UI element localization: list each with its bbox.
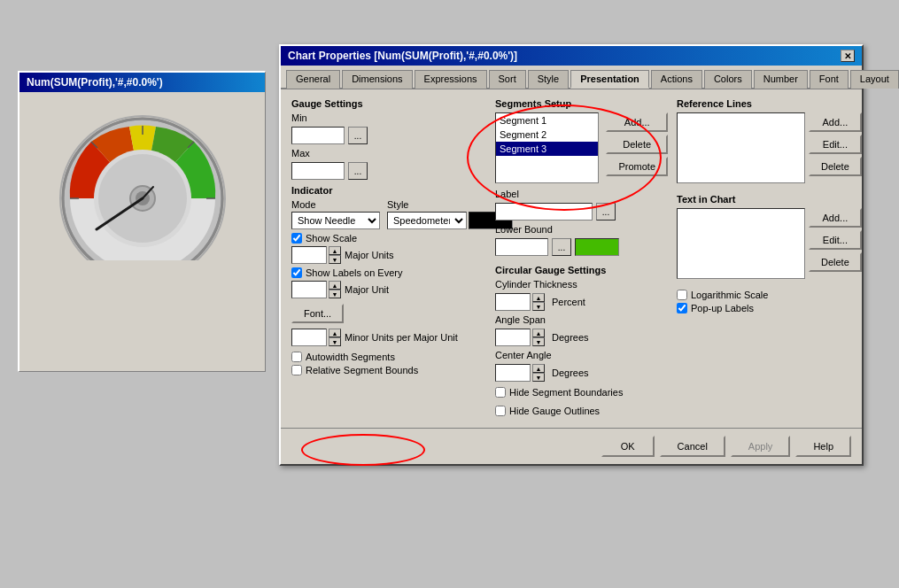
reference-lines-box [677, 112, 805, 183]
labels-unit-down-btn[interactable]: ▼ [329, 290, 341, 298]
max-browse-btn[interactable]: ... [348, 162, 368, 180]
reflines-add-btn[interactable]: Add... [809, 112, 862, 132]
min-browse-btn[interactable]: ... [348, 127, 368, 144]
segment-item-1[interactable]: Segment 1 [496, 113, 598, 128]
gauge-panel: Num(SUM(Profit),'#,#0.0%') [18, 71, 266, 372]
minor-units-input[interactable]: 0 [291, 329, 327, 346]
max-label: Max [291, 148, 318, 159]
labels-unit-label: Major Unit [345, 284, 389, 295]
cylinder-thickness-row: Cylinder Thickness [495, 279, 668, 290]
tab-colors[interactable]: Colors [704, 70, 752, 89]
cylinder-thickness-input[interactable]: 50 [495, 293, 531, 311]
segment-delete-btn[interactable]: Delete [606, 135, 668, 154]
right-column: Segments Setup Segment 1 Segment 2 Segme… [495, 98, 862, 419]
popup-labels-checkbox[interactable] [677, 303, 687, 313]
segments-main-row: Segment 1 Segment 2 Segment 3 Add... De [495, 112, 668, 183]
labels-unit-row: 0 ▲ ▼ Major Unit [291, 281, 486, 298]
tab-presentation[interactable]: Presentation [570, 70, 649, 89]
tab-actions[interactable]: Actions [651, 70, 702, 89]
center-angle-label: Center Angle [495, 350, 552, 360]
angle-span-down-btn[interactable]: ▼ [532, 337, 545, 346]
angle-span-row: Angle Span [495, 314, 668, 325]
segment-label-row: Label [495, 189, 668, 199]
font-button[interactable]: Font... [291, 304, 344, 323]
reflines-delete-btn[interactable]: Delete [809, 157, 862, 176]
autowidth-label: Autowidth Segments [306, 352, 395, 362]
major-units-row: 6 ▲ ▼ Major Units [291, 246, 486, 264]
style-dropdown[interactable]: Speedometer [387, 212, 467, 229]
segment-label-input[interactable]: Segment 3 [495, 203, 593, 220]
tab-style[interactable]: Style [528, 70, 569, 89]
text-delete-btn[interactable]: Delete [809, 252, 862, 272]
mode-dropdown[interactable]: Show Needle [291, 212, 380, 229]
major-units-input[interactable]: 6 [291, 246, 327, 264]
relative-bounds-checkbox[interactable] [291, 365, 302, 375]
tab-sort[interactable]: Sort [489, 70, 526, 89]
mode-dropdown-wrap: Show Needle [291, 212, 380, 229]
minor-units-up-btn[interactable]: ▲ [329, 329, 341, 337]
cylinder-thickness-label: Cylinder Thickness [495, 279, 577, 290]
segment-add-btn[interactable]: Add... [606, 112, 668, 132]
angle-span-up-btn[interactable]: ▲ [532, 329, 545, 337]
max-input[interactable]: 2 [291, 162, 345, 180]
close-button[interactable]: ✕ [841, 50, 855, 62]
cylinder-thickness-down-btn[interactable]: ▼ [532, 302, 545, 311]
dialog-content: Gauge Settings Min -1 ... Max 2 ... [281, 89, 862, 428]
lower-bound-browse-btn[interactable]: ... [552, 238, 571, 256]
tab-general[interactable]: General [286, 70, 340, 89]
segment-promote-btn[interactable]: Promote [606, 157, 668, 176]
help-button[interactable]: Help [795, 436, 851, 457]
center-angle-down-btn[interactable]: ▼ [532, 373, 545, 382]
lower-bound-input[interactable]: 0.95 [495, 238, 548, 256]
show-scale-checkbox[interactable] [291, 233, 302, 244]
autowidth-checkbox[interactable] [291, 352, 302, 362]
apply-button[interactable]: Apply [731, 436, 791, 457]
hide-segment-label: Hide Segment Boundaries [509, 387, 623, 398]
hide-segment-checkbox[interactable] [495, 387, 506, 398]
min-field-row: Min [291, 112, 486, 123]
segment-label-browse-btn[interactable]: ... [596, 203, 616, 220]
style-sub-label: Style [387, 199, 513, 210]
relative-bounds-row: Relative Segment Bounds [291, 365, 486, 375]
segment-item-3[interactable]: Segment 3 [496, 142, 598, 156]
text-in-chart-buttons: Add... Edit... Delete [809, 208, 862, 282]
angle-span-input[interactable]: 270 [495, 329, 531, 346]
tab-font[interactable]: Font [810, 70, 849, 89]
lower-bound-color-box[interactable] [575, 238, 619, 256]
center-angle-up-btn[interactable]: ▲ [532, 364, 545, 373]
center-angle-input[interactable]: 0 [495, 364, 531, 382]
tab-number[interactable]: Number [754, 70, 808, 89]
ok-button[interactable]: OK [601, 436, 655, 457]
major-units-up-btn[interactable]: ▲ [329, 246, 341, 255]
minor-units-down-btn[interactable]: ▼ [329, 337, 341, 346]
popup-labels-label: Pop-up Labels [691, 303, 754, 313]
labels-unit-up-btn[interactable]: ▲ [329, 281, 341, 290]
bottom-checkboxes: Hide Segment Boundaries Hide Gauge Outli… [495, 387, 668, 419]
popup-labels-row: Pop-up Labels [677, 303, 862, 313]
max-field-row: Max [291, 148, 486, 159]
logarithmic-scale-label: Logarithmic Scale [691, 290, 768, 300]
hide-gauge-checkbox[interactable] [495, 406, 506, 416]
logarithmic-scale-checkbox[interactable] [677, 290, 687, 300]
tab-expressions[interactable]: Expressions [415, 70, 487, 89]
tab-dimensions[interactable]: Dimensions [342, 70, 412, 89]
segment-item-2[interactable]: Segment 2 [496, 128, 598, 142]
reflines-edit-btn[interactable]: Edit... [809, 135, 862, 154]
center-angle-row: Center Angle [495, 350, 668, 360]
cancel-button[interactable]: Cancel [660, 436, 725, 457]
tab-layout[interactable]: Layout [850, 70, 899, 89]
labels-unit-input[interactable]: 0 [291, 281, 327, 298]
mode-column: Mode Show Needle [291, 199, 380, 229]
min-input[interactable]: -1 [291, 127, 345, 144]
hide-segment-boundaries-row: Hide Segment Boundaries [495, 387, 623, 398]
bottom-right-checkboxes: Logarithmic Scale Pop-up Labels [677, 290, 862, 313]
dialog-title: Chart Properties [Num(SUM(Profit),'#,#0.… [288, 50, 517, 62]
show-labels-checkbox[interactable] [291, 267, 302, 278]
text-in-chart-row: Add... Edit... Delete [677, 208, 862, 282]
segment-buttons: Add... Delete Promote [606, 112, 668, 183]
angle-span-spinner-btns: ▲ ▼ [532, 329, 545, 346]
cylinder-thickness-up-btn[interactable]: ▲ [532, 293, 545, 302]
text-add-btn[interactable]: Add... [809, 208, 862, 228]
major-units-down-btn[interactable]: ▼ [329, 255, 341, 264]
text-edit-btn[interactable]: Edit... [809, 230, 862, 250]
